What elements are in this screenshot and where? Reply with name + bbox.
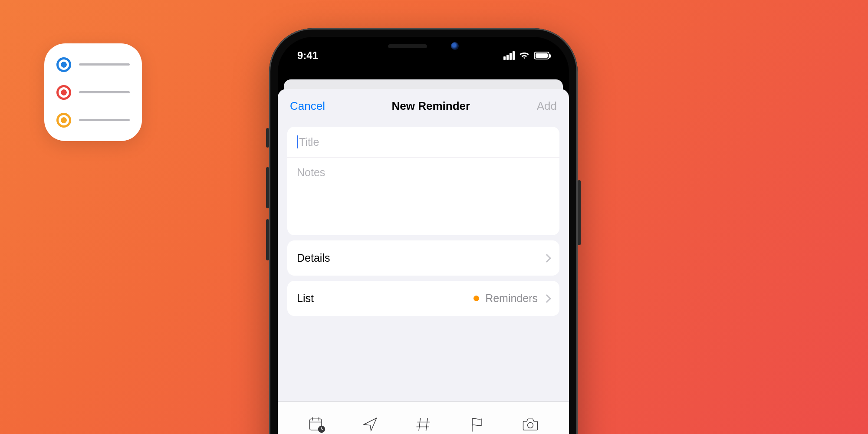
cancel-button[interactable]: Cancel (290, 99, 325, 113)
title-notes-card: Title Notes (287, 127, 559, 235)
svg-line-7 (419, 418, 421, 431)
silence-switch (266, 128, 269, 148)
sheet-nav-bar: Cancel New Reminder Add (278, 89, 569, 122)
hashtag-icon[interactable] (408, 412, 439, 434)
chevron-right-icon (542, 294, 551, 303)
icon-row (56, 85, 130, 100)
notes-placeholder: Notes (297, 166, 325, 178)
details-label: Details (297, 252, 330, 264)
earpiece-speaker (388, 44, 427, 48)
wifi-icon (519, 51, 530, 60)
add-button[interactable]: Add (537, 99, 557, 113)
list-color-dot-icon (473, 296, 479, 301)
flag-icon[interactable] (462, 412, 492, 434)
reminders-app-icon (44, 43, 142, 141)
keyboard-accessory-bar (278, 401, 569, 434)
list-card: List Reminders (287, 281, 559, 316)
notes-input[interactable]: Notes (287, 157, 559, 235)
title-placeholder: Title (299, 136, 319, 148)
calendar-clock-icon[interactable] (302, 412, 332, 434)
cellular-signal-icon (503, 51, 515, 60)
volume-down-button (266, 219, 269, 260)
bullet-red-icon (56, 85, 71, 100)
svg-point-12 (527, 422, 533, 428)
screen: 9:41 Cancel New Reminder Add (278, 37, 569, 434)
text-cursor-icon (297, 135, 298, 148)
iphone-frame: 9:41 Cancel New Reminder Add (269, 28, 578, 434)
bullet-blue-icon (56, 57, 71, 72)
volume-up-button (266, 167, 269, 208)
notch (363, 37, 484, 55)
list-value: Reminders (485, 292, 538, 305)
new-reminder-sheet: Cancel New Reminder Add Title Notes Deta… (278, 89, 569, 434)
icon-row (56, 57, 130, 72)
list-row[interactable]: List Reminders (287, 281, 559, 316)
icon-line (79, 119, 130, 121)
svg-line-8 (426, 418, 427, 431)
icon-line (79, 63, 130, 66)
bullet-orange-icon (56, 113, 71, 128)
status-right (503, 51, 549, 60)
details-card: Details (287, 240, 559, 276)
details-row[interactable]: Details (287, 240, 559, 276)
power-button (578, 180, 581, 245)
list-label: List (297, 292, 314, 305)
battery-icon (534, 52, 549, 59)
status-time: 9:41 (297, 49, 318, 62)
chevron-right-icon (542, 254, 551, 263)
camera-icon[interactable] (515, 412, 546, 434)
icon-row (56, 113, 130, 128)
location-arrow-icon[interactable] (355, 412, 385, 434)
sheet-title: New Reminder (392, 99, 470, 113)
title-input[interactable]: Title (287, 127, 559, 157)
icon-line (79, 91, 130, 93)
front-camera-icon (451, 42, 459, 50)
